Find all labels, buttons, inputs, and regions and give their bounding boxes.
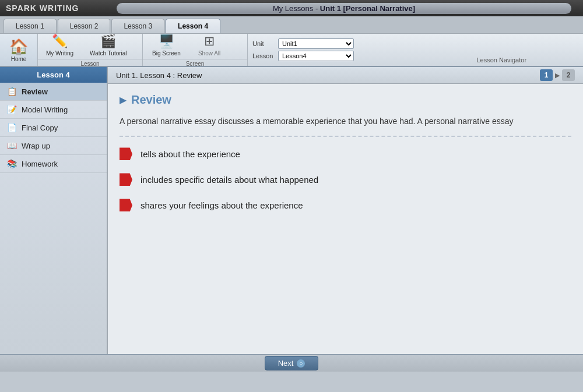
lesson-select[interactable]: Lesson1 Lesson2 Lesson3 Lesson4 [278,51,354,61]
final-copy-icon: 📄 [7,123,17,132]
section-title: Review [131,93,171,107]
bottom-bar: Next ○ [0,354,583,372]
unit-lesson-label: Unit 1 [Personal Narrative] [320,4,415,13]
bullet-item-3: shares your feelings about the experienc… [120,199,571,211]
page-nav: 1 ▶ 2 [540,69,575,81]
show-all-icon: ⊞ [204,34,215,49]
unit-label: Unit [252,40,275,47]
sidebar-item-final-copy-label: Final Copy [22,123,58,132]
home-button[interactable]: 🏠 Home [0,34,38,66]
next-label: Next [278,359,294,368]
unit-lesson-area: Unit Unit1 Unit2 Unit3 Lesson Lesson1 Le… [248,34,420,66]
toolbar: 🏠 Home ✏️ My Writing 🎬 Watch Tutorial Le… [0,33,583,67]
sidebar-item-final-copy[interactable]: 📄 Final Copy [0,119,107,137]
big-screen-button[interactable]: 🖥️ Big Screen [143,31,190,59]
my-writing-button[interactable]: ✏️ My Writing [38,31,82,59]
sidebar-item-review[interactable]: 📋 Review [0,83,107,101]
next-button[interactable]: Next ○ [265,356,319,370]
bullet-text-2: includes specific details about what hap… [141,175,318,185]
section-arrow-icon: ▶ [120,94,127,105]
video-icon: 🎬 [100,34,116,49]
home-icon: 🏠 [9,38,28,56]
review-intro: A personal narrative essay discusses a m… [120,115,571,137]
watch-tutorial-label: Watch Tutorial [90,50,127,56]
bullet-icon-3 [120,199,132,211]
lesson-navigator-label: Lesson Navigator [420,34,584,66]
pencil-icon: ✏️ [52,34,68,49]
wrap-up-icon: 📖 [7,141,17,150]
breadcrumb-text: Unit 1. Lesson 4 : Review [116,71,202,80]
page-2-button[interactable]: 2 [562,69,575,81]
lesson-header-bar: My Lessons - Unit 1 [Personal Narrative] [117,3,571,14]
breadcrumb: Unit 1. Lesson 4 : Review 1 ▶ 2 [108,67,583,84]
show-all-button[interactable]: ⊞ Show All [190,31,229,59]
sidebar-item-homework-label: Homework [22,160,58,168]
bullet-text-3: shares your feelings about the experienc… [141,200,303,210]
big-screen-label: Big Screen [152,50,181,56]
homework-icon: 📚 [7,159,17,168]
sidebar-item-wrap-up[interactable]: 📖 Wrap up [0,137,107,155]
model-writing-icon: 📝 [7,105,17,114]
section-title-bar: ▶ Review [120,93,571,107]
watch-tutorial-button[interactable]: 🎬 Watch Tutorial [82,31,135,59]
sidebar-item-wrap-up-label: Wrap up [22,142,50,150]
my-lessons-label: My Lessons [273,4,313,13]
lesson-tabs: Lesson 1 Lesson 2 Lesson 3 Lesson 4 [0,16,583,33]
main-area: Lesson 4 📋 Review 📝 Model Writing 📄 Fina… [0,67,583,354]
content-area: Unit 1. Lesson 4 : Review 1 ▶ 2 ▶ Review… [108,67,583,354]
bullet-icon-1 [120,147,132,160]
sidebar: Lesson 4 📋 Review 📝 Model Writing 📄 Fina… [0,67,108,354]
sidebar-item-homework[interactable]: 📚 Homework [0,155,107,173]
bullet-item-2: includes specific details about what hap… [120,173,571,186]
app-title: SPARK WRITING [6,3,111,13]
home-label: Home [11,56,27,62]
lesson-label: Lesson [252,52,275,59]
sidebar-title: Lesson 4 [0,67,107,83]
next-arrow-icon: ○ [297,359,305,368]
review-icon: 📋 [7,87,17,96]
sidebar-item-review-label: Review [22,87,48,96]
bullet-text-1: tells about the experience [141,149,240,159]
page-separator: ▶ [555,72,560,79]
page-1-button[interactable]: 1 [540,69,553,81]
unit-select[interactable]: Unit1 Unit2 Unit3 [278,38,354,49]
sidebar-item-model-writing-label: Model Writing [22,105,68,114]
my-writing-label: My Writing [46,50,73,56]
show-all-label: Show All [198,50,220,56]
bullet-icon-2 [120,173,132,186]
sidebar-item-model-writing[interactable]: 📝 Model Writing [0,101,107,119]
content-scroll: ▶ Review A personal narrative essay disc… [108,84,583,354]
header-separator: - [315,4,320,13]
bullet-item-1: tells about the experience [120,147,571,160]
big-screen-icon: 🖥️ [159,34,174,49]
